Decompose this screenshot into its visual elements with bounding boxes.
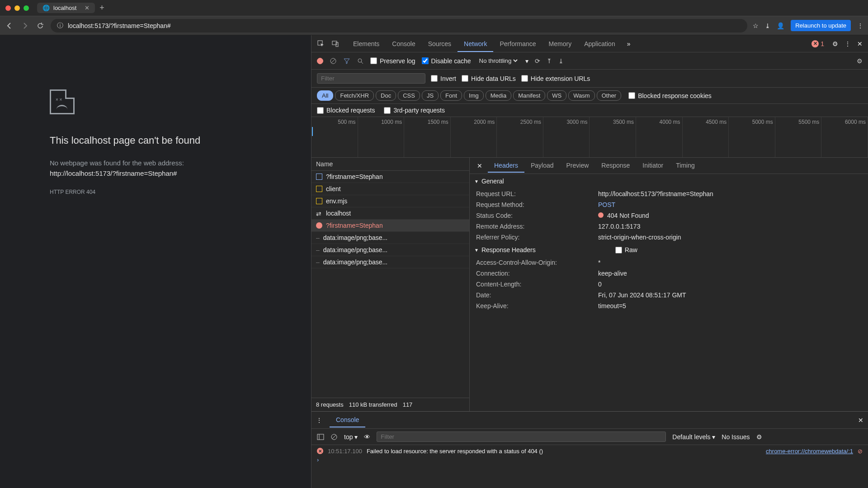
devtools-tab-elements[interactable]: Elements — [347, 37, 386, 51]
chip-img[interactable]: Img — [464, 90, 484, 101]
waterfall-timeline[interactable]: 500 ms1000 ms1500 ms2000 ms2500 ms3000 m… — [311, 117, 868, 158]
hide-data-urls-checkbox[interactable]: Hide data URLs — [462, 75, 516, 82]
devtools-tab-sources[interactable]: Sources — [422, 37, 458, 51]
detail-tab-timing[interactable]: Timing — [670, 159, 701, 173]
filter-icon[interactable] — [343, 57, 350, 65]
clear-console-icon[interactable] — [330, 433, 338, 441]
minimize-window-icon[interactable] — [14, 5, 20, 11]
invert-checkbox[interactable]: Invert — [431, 75, 456, 82]
close-devtools-icon[interactable]: ✕ — [857, 40, 863, 47]
hide-extension-urls-checkbox[interactable]: Hide extension URLs — [521, 75, 590, 82]
maximize-window-icon[interactable] — [24, 5, 29, 11]
third-party-checkbox[interactable]: 3rd-party requests — [384, 107, 445, 114]
site-info-icon[interactable]: ⓘ — [57, 22, 63, 30]
devtools-tab-console[interactable]: Console — [386, 37, 421, 51]
document-icon — [316, 174, 322, 180]
close-window-icon[interactable] — [5, 5, 11, 11]
blocked-requests-checkbox[interactable]: Blocked requests — [317, 107, 375, 114]
console-prompt[interactable]: › — [317, 456, 863, 463]
chip-wasm[interactable]: Wasm — [568, 90, 594, 101]
header-key: Remote Address: — [476, 223, 598, 230]
request-row[interactable]: –data:image/png;base... — [311, 256, 469, 268]
close-drawer-icon[interactable]: ✕ — [858, 417, 863, 424]
devtools-tab-network[interactable]: Network — [458, 37, 493, 52]
response-headers-section-header[interactable]: ▼Response Headers Raw — [470, 243, 868, 257]
error-badge[interactable]: ✕ 1 — [811, 40, 824, 47]
network-conditions-icon[interactable]: ⟳ — [535, 57, 540, 65]
new-tab-button[interactable]: + — [99, 3, 104, 13]
address-bar[interactable]: ⓘ localhost:5173/?firstname=Stephan# — [51, 19, 747, 33]
detail-tab-headers[interactable]: Headers — [488, 159, 524, 173]
chip-js[interactable]: JS — [422, 90, 439, 101]
preserve-log-checkbox[interactable]: Preserve log — [370, 57, 415, 65]
clear-button[interactable] — [330, 57, 337, 65]
live-expression-icon[interactable]: 👁 — [364, 433, 370, 441]
context-select[interactable]: top ▾ — [344, 433, 358, 441]
back-button[interactable] — [5, 22, 14, 29]
detail-tab-payload[interactable]: Payload — [524, 159, 560, 173]
chip-css[interactable]: CSS — [398, 90, 420, 101]
general-section-header[interactable]: ▼General — [470, 174, 868, 188]
chip-all[interactable]: All — [317, 90, 333, 101]
issues-label[interactable]: No Issues — [722, 433, 750, 441]
import-har-icon[interactable]: ⤒ — [547, 57, 552, 65]
drawer-menu-icon[interactable]: ⋮ — [316, 417, 322, 424]
drawer-tab-console[interactable]: Console — [330, 413, 365, 427]
sidebar-toggle-icon[interactable] — [317, 433, 324, 441]
forward-button[interactable] — [20, 22, 30, 29]
close-detail-icon[interactable]: ✕ — [473, 162, 486, 169]
detail-tab-initiator[interactable]: Initiator — [636, 159, 670, 173]
browser-tab[interactable]: 🌐 localhost ✕ — [37, 3, 95, 13]
request-row[interactable]: –data:image/png;base... — [311, 244, 469, 256]
console-error-row[interactable]: ✕ 10:51:17.100 Failed to load resource: … — [317, 448, 863, 455]
detail-tab-preview[interactable]: Preview — [560, 159, 595, 173]
request-row[interactable]: env.mjs — [311, 195, 469, 207]
relaunch-button[interactable]: Relaunch to update — [791, 20, 851, 31]
disable-cache-checkbox[interactable]: Disable cache — [422, 57, 471, 65]
more-tabs-icon[interactable]: » — [627, 40, 631, 47]
devtools-tab-performance[interactable]: Performance — [493, 37, 542, 51]
search-icon[interactable] — [357, 57, 364, 65]
record-button[interactable] — [317, 58, 323, 64]
menu-icon[interactable]: ⋮ — [857, 22, 863, 29]
export-har-icon[interactable]: ⤓ — [558, 57, 564, 65]
kebab-icon[interactable]: ⋮ — [844, 40, 851, 47]
chip-fetchxhr[interactable]: Fetch/XHR — [335, 90, 374, 101]
list-header-name[interactable]: Name — [311, 158, 469, 171]
request-row[interactable]: –data:image/png;base... — [311, 232, 469, 244]
traffic-lights[interactable] — [5, 5, 29, 11]
chip-doc[interactable]: Doc — [376, 90, 396, 101]
close-tab-icon[interactable]: ✕ — [85, 5, 90, 11]
request-row[interactable]: ?firstname=Stephan — [311, 171, 469, 183]
chip-font[interactable]: Font — [440, 90, 462, 101]
device-toggle-icon[interactable] — [331, 40, 340, 48]
console-settings-icon[interactable]: ⚙ — [756, 433, 762, 441]
settings-icon[interactable]: ⚙ — [832, 40, 838, 47]
throttling-select[interactable]: No throttling — [477, 57, 519, 65]
chip-ws[interactable]: WS — [547, 90, 566, 101]
reload-button[interactable] — [35, 22, 45, 29]
gear-icon[interactable]: ⚙ — [857, 57, 863, 65]
raw-checkbox[interactable]: Raw — [615, 246, 637, 253]
blocked-cookies-checkbox[interactable]: Blocked response cookies — [628, 92, 712, 99]
request-row[interactable]: ⇄localhost — [311, 207, 469, 220]
devtools-tab-application[interactable]: Application — [578, 37, 622, 51]
bookmark-icon[interactable]: ☆ — [753, 22, 759, 29]
header-key: Connection: — [476, 270, 598, 277]
chevron-down-icon[interactable]: ▾ — [525, 57, 528, 65]
request-name: client — [326, 185, 341, 192]
install-icon[interactable]: ⤓ — [765, 22, 770, 29]
chip-media[interactable]: Media — [486, 90, 511, 101]
request-row[interactable]: client — [311, 183, 469, 195]
chip-other[interactable]: Other — [597, 90, 622, 101]
log-levels-select[interactable]: Default levels ▾ — [672, 433, 715, 441]
console-filter-input[interactable] — [377, 432, 666, 442]
inspect-icon[interactable] — [317, 40, 325, 48]
profile-icon[interactable]: 👤 — [777, 22, 784, 29]
request-row[interactable]: ?firstname=Stephan — [311, 220, 469, 232]
filter-input[interactable] — [317, 73, 425, 84]
detail-tab-response[interactable]: Response — [595, 159, 636, 173]
devtools-tab-memory[interactable]: Memory — [542, 37, 578, 51]
log-source[interactable]: chrome-error://chromewebdata/:1 — [766, 448, 853, 455]
chip-manifest[interactable]: Manifest — [513, 90, 545, 101]
